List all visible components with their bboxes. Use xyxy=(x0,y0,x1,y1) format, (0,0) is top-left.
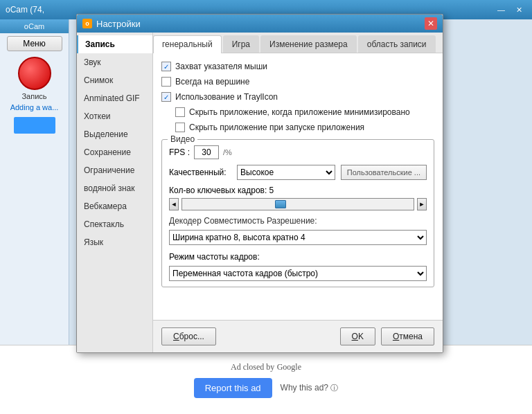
nav-item-limit[interactable]: Ограничение xyxy=(77,161,152,179)
dialog-titlebar: o Настройки ✕ xyxy=(77,15,443,33)
checkbox-hide-minimize[interactable] xyxy=(175,107,185,117)
nav-item-spectacle[interactable]: Спектакль xyxy=(77,215,152,233)
tab-game[interactable]: Игра xyxy=(223,35,259,53)
nav-item-watermark[interactable]: водяной знак xyxy=(77,179,152,197)
bg-sidebar-title: oCam xyxy=(0,19,69,33)
nav-item-language[interactable]: Язык xyxy=(77,233,152,251)
bg-blue-bar xyxy=(14,117,55,134)
nav-item-selection[interactable]: Выделение xyxy=(77,125,152,143)
nav-item-hotkeys[interactable]: Хоткеи xyxy=(77,107,152,125)
fps-unit: /% xyxy=(223,148,232,156)
decoder-select[interactable]: Ширина кратно 8, высота кратно 4 Ширина … xyxy=(169,230,427,245)
checkbox-row-mouse: Захват указателя мыши xyxy=(161,62,434,71)
why-info-icon: ⓘ xyxy=(330,384,338,392)
custom-button[interactable]: Пользовательские ... xyxy=(341,165,427,180)
why-this-ad-link[interactable]: Why this ad? ⓘ xyxy=(281,383,339,393)
sub-checkboxes: Скрыть приложение, когда приложение мини… xyxy=(175,107,434,132)
checkbox-mouse-capture[interactable] xyxy=(161,62,171,71)
checkbox-row-hide-launch: Скрыть приложение при запуске приложения xyxy=(175,123,434,132)
video-group: Видео FPS : /% Качественный: Высокое Сре… xyxy=(161,139,434,287)
dialog-nav: Запись Звук Снимок Anminated GIF Хоткеи … xyxy=(77,33,153,352)
bg-record-button[interactable] xyxy=(18,57,51,90)
checkbox-row-tray: Использование и TraylIcon xyxy=(161,92,434,102)
ok-button[interactable]: OK xyxy=(340,327,375,345)
checkbox-row-hide-minimize: Скрыть приложение, когда приложение мини… xyxy=(175,107,434,117)
slider-left-arrow[interactable]: ◄ xyxy=(169,198,179,210)
checkbox-mouse-label: Захват указателя мыши xyxy=(175,62,267,71)
bg-adding-text: Adding a wa... xyxy=(10,103,59,111)
tab-bar: генеральный Игра Изменение размера облас… xyxy=(153,33,443,53)
cancel-button[interactable]: Отмена xyxy=(381,327,434,345)
ad-area: Ad closed by Google Report this ad Why t… xyxy=(0,345,532,414)
checkbox-row-top: Всегда на вершине xyxy=(161,77,434,87)
slider-right-arrow[interactable]: ► xyxy=(417,198,427,210)
fps-row: FPS : /% xyxy=(169,145,427,159)
slider-thumb[interactable] xyxy=(275,200,286,208)
footer-right: OK Отмена xyxy=(340,327,434,345)
nav-item-snimok[interactable]: Снимок xyxy=(77,71,152,89)
nav-item-zvuk[interactable]: Звук xyxy=(77,53,152,71)
bg-app-title: oCam (74, xyxy=(6,5,44,15)
fps-input[interactable] xyxy=(194,145,219,159)
framerate-label: Режим частоты кадров: xyxy=(169,252,427,262)
slider-track[interactable] xyxy=(181,198,414,210)
report-ad-button[interactable]: Report this ad xyxy=(194,378,272,398)
settings-dialog: o Настройки ✕ Запись Звук Снимок Anminat… xyxy=(76,14,443,353)
ad-google-text: Google xyxy=(277,362,301,372)
quality-row: Качественный: Высокое Среднее Низкое Пол… xyxy=(169,165,427,180)
keyframes-slider: ◄ ► xyxy=(169,198,427,210)
nav-item-webcam[interactable]: Вебкамера xyxy=(77,197,152,215)
reset-label: С xyxy=(173,332,179,341)
tab-general[interactable]: генеральный xyxy=(153,35,222,53)
dialog-app-icon: o xyxy=(82,19,92,28)
nav-item-save[interactable]: Сохранение xyxy=(77,143,152,161)
tab-resize[interactable]: Изменение размера xyxy=(260,35,357,53)
ad-closed-text: Ad closed by Google xyxy=(231,362,301,372)
cancel-label: О xyxy=(393,332,399,341)
nav-item-animated-gif[interactable]: Anminated GIF xyxy=(77,89,152,107)
tab-record-area[interactable]: область записи xyxy=(358,35,436,53)
checkbox-always-on-top[interactable] xyxy=(161,77,171,87)
bg-close-btn[interactable]: ✕ xyxy=(512,6,526,15)
checkbox-hide-launch-label: Скрыть приложение при запуске приложения xyxy=(189,123,364,132)
bg-record-area: Запись Adding a wa... xyxy=(0,57,69,134)
dialog-title: Настройки xyxy=(96,19,425,29)
framerate-select[interactable]: Переменная частота кадров (быстро) Посто… xyxy=(169,266,427,281)
bg-record-label: Запись xyxy=(21,92,46,100)
keyframes-label: Кол-во ключевых кадров: 5 xyxy=(169,186,274,195)
video-group-label: Видео xyxy=(168,134,197,144)
bg-menu-button[interactable]: Меню xyxy=(7,36,62,51)
tab-content-general: Захват указателя мыши Всегда на вершине … xyxy=(153,53,443,320)
footer-left: Сброс... xyxy=(161,327,216,345)
ok-label: O xyxy=(352,332,358,341)
checkbox-top-label: Всегда на вершине xyxy=(175,77,249,87)
dialog-body: Запись Звук Снимок Anminated GIF Хоткеи … xyxy=(77,33,443,352)
dialog-footer: Сброс... OK Отмена xyxy=(153,320,443,352)
ad-buttons: Report this ad Why this ad? ⓘ xyxy=(194,378,339,398)
checkbox-hide-launch[interactable] xyxy=(175,123,185,132)
checkbox-tray-icon[interactable] xyxy=(161,92,171,102)
checkbox-hide-minimize-label: Скрыть приложение, когда приложение мини… xyxy=(189,107,410,117)
decoder-label: Декодер Совместимость Разрешение: xyxy=(169,216,427,226)
quality-label: Качественный: xyxy=(169,168,231,177)
checkbox-tray-label: Использование и TraylIcon xyxy=(175,92,278,102)
dialog-close-button[interactable]: ✕ xyxy=(425,17,437,30)
quality-select[interactable]: Высокое Среднее Низкое xyxy=(237,165,335,180)
fps-label: FPS : xyxy=(169,147,190,157)
reset-button[interactable]: Сброс... xyxy=(161,327,216,345)
bg-minimize-btn[interactable]: — xyxy=(493,6,509,15)
dialog-right-content: генеральный Игра Изменение размера облас… xyxy=(153,33,443,352)
nav-item-zapis[interactable]: Запись xyxy=(77,35,152,53)
keyframes-row: Кол-во ключевых кадров: 5 xyxy=(169,186,427,195)
